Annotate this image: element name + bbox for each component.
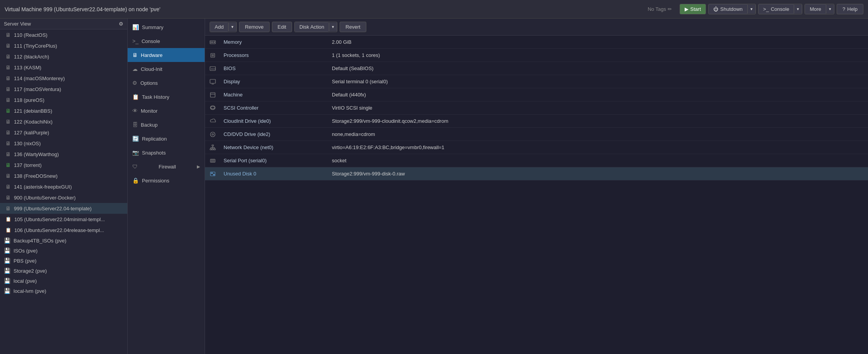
replication-icon: 🔄 xyxy=(132,136,139,142)
svg-rect-8 xyxy=(210,79,215,83)
nav-item-hardware[interactable]: 🖥 Hardware xyxy=(128,48,205,62)
vm-icon-136: 🖥 xyxy=(5,151,11,157)
add-button[interactable]: Add xyxy=(210,22,228,32)
svg-rect-5 xyxy=(212,54,214,57)
nav-item-options[interactable]: ⚙ Options xyxy=(128,76,205,90)
display-value: Serial terminal 0 (serial0) xyxy=(329,76,868,87)
machine-value: Default (i440fx) xyxy=(329,89,868,100)
main-content: Add ▾ Remove Edit Disk Action ▾ R xyxy=(205,19,868,354)
storage-item-isos[interactable]: 💾 ISOs (pve) xyxy=(0,246,127,256)
nav-item-snapshots[interactable]: 📷 Snapshots xyxy=(128,146,205,160)
hw-row-memory[interactable]: Memory 2.00 GiB xyxy=(205,36,868,49)
vm-icon-130: 🖥 xyxy=(5,140,11,146)
vm-icon-900: 🖥 xyxy=(5,194,11,201)
cloudinit-drive-label: CloudInit Drive (ide0) xyxy=(220,116,329,126)
disk-action-dropdown[interactable]: ▾ xyxy=(329,22,337,31)
vm-icon-113: 🖥 xyxy=(5,64,11,70)
sidebar-item-106[interactable]: 📋 106 (UbuntuServer22.04release-templ... xyxy=(0,225,127,235)
svg-text:BIOS: BIOS xyxy=(211,68,216,70)
add-dropdown[interactable]: ▾ xyxy=(228,22,236,31)
vm-title: Virtual Machine 999 (UbuntuServer22.04-t… xyxy=(5,6,641,12)
vm-icon-137: 🖥 xyxy=(5,162,11,168)
content-area: 📊 Summary >_ Console 🖥 Hardware ☁ Cloud-… xyxy=(128,19,868,354)
nav-item-task-history[interactable]: 📋 Task History xyxy=(128,90,205,104)
hw-row-network-device[interactable]: Network Device (net0) virtio=A6:19:E2:6F… xyxy=(205,141,868,154)
svg-point-12 xyxy=(210,107,215,110)
sidebar-gear-icon[interactable]: ⚙ xyxy=(119,21,123,27)
sidebar-item-141[interactable]: 🖥 141 (asterisk-freepbxGUI) xyxy=(0,181,127,192)
console-button[interactable]: >_ Console xyxy=(759,4,794,14)
sidebar-item-136[interactable]: 🖥 136 (WartyWarthog) xyxy=(0,149,127,160)
hardware-toolbar: Add ▾ Remove Edit Disk Action ▾ R xyxy=(205,19,868,36)
sidebar-item-122[interactable]: 🖥 122 (KodachiNix) xyxy=(0,116,127,127)
task-history-icon: 📋 xyxy=(132,94,139,100)
hw-row-cloudinit-drive[interactable]: CloudInit Drive (ide0) Storage2:999/vm-9… xyxy=(205,115,868,128)
sidebar-item-111[interactable]: 🖥 111 (TinyCorePlus) xyxy=(0,40,127,51)
storage-item-pbs[interactable]: 💾 PBS (pve) xyxy=(0,256,127,266)
nav-item-firewall[interactable]: 🛡 Firewall ▶ xyxy=(128,160,205,174)
cloudinit-drive-value: Storage2:999/vm-999-cloudinit.qcow2,medi… xyxy=(329,116,868,126)
hw-row-cd-dvd[interactable]: CD/DVD Drive (ide2) none,media=cdrom xyxy=(205,128,868,141)
hw-row-machine[interactable]: Machine Default (i440fx) xyxy=(205,88,868,101)
nav-item-backup[interactable]: 🗄 Backup xyxy=(128,118,205,132)
storage-item-storage2[interactable]: 💾 Storage2 (pve) xyxy=(0,266,127,276)
hw-row-serial-port[interactable]: Serial Port (serial0) socket xyxy=(205,154,868,167)
sidebar-item-138[interactable]: 🖥 138 (FreeDOSnew) xyxy=(0,170,127,181)
storage-item-local[interactable]: 💾 local (pve) xyxy=(0,276,127,286)
nav-item-monitor[interactable]: 👁 Monitor xyxy=(128,104,205,118)
more-button[interactable]: More xyxy=(805,4,826,14)
shutdown-dropdown[interactable]: ▾ xyxy=(747,5,755,14)
cdrom-icon xyxy=(205,131,220,137)
sidebar-item-112[interactable]: 🖥 112 (blackArch) xyxy=(0,51,127,62)
unused-disk-label: Unused Disk 0 xyxy=(220,168,329,179)
revert-button[interactable]: Revert xyxy=(340,22,366,32)
nav-item-replication[interactable]: 🔄 Replication xyxy=(128,132,205,146)
sidebar-item-110[interactable]: 🖥 110 (ReactOS) xyxy=(0,29,127,40)
more-dropdown[interactable]: ▾ xyxy=(826,5,834,14)
nav-item-console[interactable]: >_ Console xyxy=(128,34,205,48)
unused-disk-value: Storage2:999/vm-999-disk-0.raw xyxy=(329,168,868,179)
disk-icon xyxy=(205,171,220,177)
vm-icon-141: 🖥 xyxy=(5,184,11,190)
edit-button[interactable]: Edit xyxy=(272,22,292,32)
storage-item-local-lvm[interactable]: 💾 local-lvm (pve) xyxy=(0,286,127,296)
memory-label: Memory xyxy=(220,37,329,47)
remove-button[interactable]: Remove xyxy=(239,22,269,32)
bios-value: Default (SeaBIOS) xyxy=(329,63,868,74)
sidebar-item-117[interactable]: 🖥 117 (macOSVentura) xyxy=(0,84,127,95)
hw-row-bios[interactable]: BIOS BIOS Default (SeaBIOS) xyxy=(205,62,868,75)
sidebar-item-113[interactable]: 🖥 113 (KASM) xyxy=(0,62,127,73)
vm-icon-118: 🖥 xyxy=(5,97,11,103)
sidebar-item-105[interactable]: 📋 105 (UbuntuServer22.04minimal-templ... xyxy=(0,214,127,225)
start-button[interactable]: ▶ Start xyxy=(680,4,706,14)
storage-item-backup4tb[interactable]: 💾 Backup4TB_ISOs (pve) xyxy=(0,235,127,246)
shutdown-button[interactable]: ⏻ Shutdown xyxy=(709,4,747,14)
help-button[interactable]: ? Help xyxy=(837,4,863,14)
svg-point-31 xyxy=(214,174,215,175)
hw-row-scsi-controller[interactable]: SCSI Controller VirtIO SCSI single xyxy=(205,101,868,115)
svg-rect-16 xyxy=(212,145,214,146)
nav-item-cloud-init[interactable]: ☁ Cloud-Init xyxy=(128,62,205,76)
edit-tags-icon[interactable]: ✏ xyxy=(668,6,672,12)
sidebar-item-130[interactable]: 🖥 130 (nixOS) xyxy=(0,138,127,149)
sidebar-item-137[interactable]: 🖥 137 (torrent) xyxy=(0,160,127,170)
hw-row-unused-disk[interactable]: Unused Disk 0 Storage2:999/vm-999-disk-0… xyxy=(205,167,868,180)
sidebar-item-127[interactable]: 🖥 127 (kaliPurple) xyxy=(0,127,127,138)
hw-row-processors[interactable]: Processors 1 (1 sockets, 1 cores) xyxy=(205,49,868,62)
sidebar-item-999[interactable]: 🖥 999 (UbuntuServer22.04-template) xyxy=(0,203,127,214)
sidebar-item-900[interactable]: 🖥 900 (UbuntuServer-Docker) xyxy=(0,192,127,203)
console-dropdown[interactable]: ▾ xyxy=(794,5,802,14)
more-button-group: More ▾ xyxy=(805,4,834,14)
firewall-sub-arrow: ▶ xyxy=(197,164,200,169)
nav-item-summary[interactable]: 📊 Summary xyxy=(128,20,205,34)
play-icon: ▶ xyxy=(685,6,689,12)
sidebar-item-121[interactable]: 🖥 121 (debianBBS) xyxy=(0,105,127,116)
sidebar-item-118[interactable]: 🖥 118 (pureOS) xyxy=(0,95,127,105)
sidebar-item-114[interactable]: 🖥 114 (macOSMonterey) xyxy=(0,73,127,84)
display-label: Display xyxy=(220,76,329,87)
hw-row-display[interactable]: Display Serial terminal 0 (serial0) xyxy=(205,75,868,88)
tags-label[interactable]: No Tags ✏ xyxy=(648,6,672,12)
disk-action-button[interactable]: Disk Action xyxy=(295,22,329,32)
nav-item-permissions[interactable]: 🔒 Permissions xyxy=(128,174,205,187)
topbar: Virtual Machine 999 (UbuntuServer22.04-t… xyxy=(0,0,868,19)
